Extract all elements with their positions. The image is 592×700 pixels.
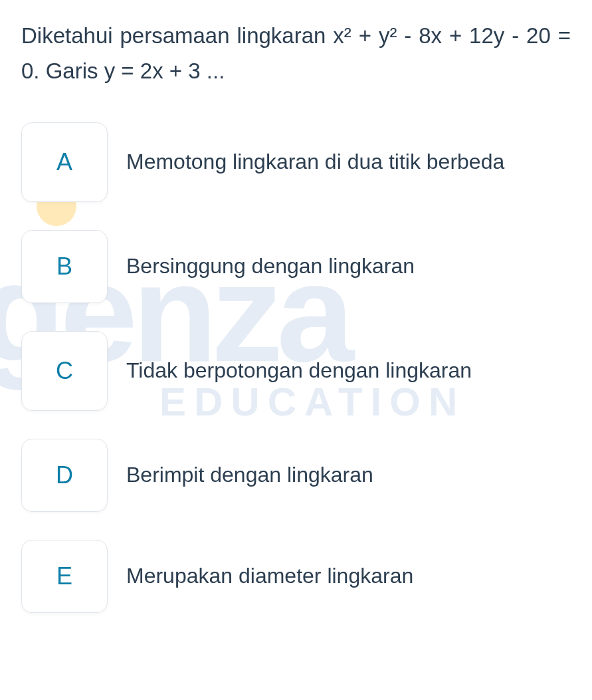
question-text: Diketahui persamaan lingkaran x² + y² - … [21,19,571,89]
option-button-d[interactable]: D [21,439,108,512]
option-row-a: A Memotong lingkaran di dua titik berbed… [21,122,571,202]
option-row-c: C Tidak berpotongan dengan lingkaran [21,331,571,411]
option-text-b: Bersinggung dengan lingkaran [126,250,571,283]
option-row-e: E Merupakan diameter lingkaran [21,540,571,613]
option-button-c[interactable]: C [21,331,108,411]
quiz-content: Diketahui persamaan lingkaran x² + y² - … [21,19,571,613]
options-list: A Memotong lingkaran di dua titik berbed… [21,122,571,613]
option-button-b[interactable]: B [21,230,108,303]
option-text-e: Merupakan diameter lingkaran [126,560,571,593]
option-row-b: B Bersinggung dengan lingkaran [21,230,571,303]
option-text-c: Tidak berpotongan dengan lingkaran [126,354,571,388]
option-text-d: Berimpit dengan lingkaran [126,459,571,492]
option-button-a[interactable]: A [21,122,108,202]
option-button-e[interactable]: E [21,540,108,613]
option-text-a: Memotong lingkaran di dua titik berbeda [126,146,571,179]
option-row-d: D Berimpit dengan lingkaran [21,439,571,512]
